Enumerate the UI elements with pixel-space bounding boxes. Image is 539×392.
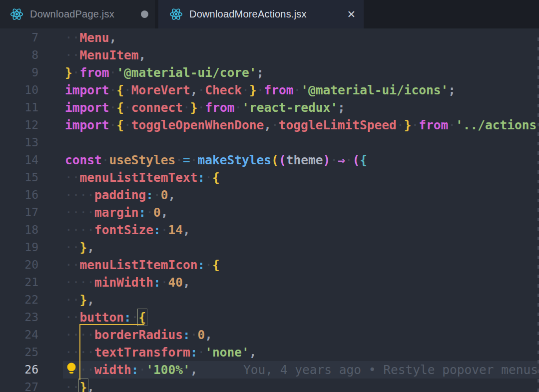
whitespace-dots: · xyxy=(183,100,190,115)
token-kw: import xyxy=(65,118,109,132)
code-text: ····margin:·0, xyxy=(38,205,168,220)
token-b1: } xyxy=(65,65,72,80)
token-str: '@material-ui/icons' xyxy=(301,83,448,97)
token-b1: { xyxy=(212,258,220,272)
code-line-26[interactable]: 26····width:·'100%',You, 4 years ago • R… xyxy=(0,361,539,379)
token-id: MenuItem xyxy=(80,48,139,62)
token-semi: ; xyxy=(448,83,456,97)
token-b1box: { xyxy=(139,310,146,325)
code-line-23[interactable]: 23··button:·{ xyxy=(0,309,539,326)
react-file-icon xyxy=(169,7,183,21)
bracket-pair-guide-horizontal xyxy=(79,324,144,325)
token-num: 0 xyxy=(198,328,205,342)
whitespace-dots: ···· xyxy=(65,223,94,237)
whitespace-dots: · xyxy=(139,363,146,377)
whitespace-dots: · xyxy=(198,100,205,115)
token-semi: ; xyxy=(257,65,264,80)
code-line-19[interactable]: 19··}, xyxy=(0,239,539,256)
code-line-9[interactable]: 9}·from·'@material-ui/core'; xyxy=(0,64,539,81)
code-text: ··MenuItem, xyxy=(38,48,146,62)
token-comma: , xyxy=(183,223,190,237)
code-line-14[interactable]: 14const·useStyles·=·makeStyles((theme)·⇒… xyxy=(0,151,539,169)
whitespace-dots: ·· xyxy=(65,170,80,185)
token-b2: ( xyxy=(279,153,286,167)
modified-indicator-dot[interactable] xyxy=(141,10,148,18)
code-line-13[interactable]: 13 xyxy=(0,134,539,151)
whitespace-dots: · xyxy=(411,118,419,132)
close-icon[interactable]: ✕ xyxy=(347,9,356,19)
whitespace-dots: · xyxy=(161,275,168,290)
token-op: : xyxy=(146,188,153,202)
token-kw: from xyxy=(80,65,109,80)
whitespace-dots: · xyxy=(109,118,117,132)
token-id: padding xyxy=(94,188,146,202)
tab-label: DownloadMoreActions.jsx xyxy=(189,8,307,20)
token-comma: , xyxy=(190,363,198,377)
token-num: 40 xyxy=(168,275,183,290)
code-line-15[interactable]: 15··menuListItemText:·{ xyxy=(0,169,539,186)
code-line-20[interactable]: 20··menuListItemIcon:·{ xyxy=(0,256,539,274)
whitespace-dots: ···· xyxy=(65,205,94,220)
code-line-25[interactable]: 25····textTransform:·'none', xyxy=(0,344,539,361)
code-text: ····textTransform:·'none', xyxy=(38,345,257,360)
code-line-11[interactable]: 11import·{·connect·}·from·'react-redux'; xyxy=(0,99,539,116)
code-text: ··Menu, xyxy=(38,30,116,45)
code-line-18[interactable]: 18····fontSize:·14, xyxy=(0,221,539,239)
tab-downloadpage[interactable]: DownloadPage.jsx xyxy=(0,0,155,28)
whitespace-dots: · xyxy=(153,188,161,202)
token-id: connect xyxy=(131,100,183,115)
token-id: width xyxy=(94,363,131,377)
code-editor[interactable]: 7··Menu,8··MenuItem,9}·from·'@material-u… xyxy=(0,28,539,392)
token-kw: import xyxy=(65,100,109,115)
whitespace-dots: · xyxy=(109,83,117,97)
code-line-12[interactable]: 12import·{·toggleOpenWhenDone,·toggleLim… xyxy=(0,116,539,134)
whitespace-dots: · xyxy=(257,83,264,97)
whitespace-dots: ·· xyxy=(65,293,80,307)
lightbulb-icon[interactable] xyxy=(66,362,77,377)
whitespace-dots: · xyxy=(397,118,404,132)
code-text: ····fontSize:·14, xyxy=(38,223,190,237)
token-id: button xyxy=(80,310,124,325)
line-number: 10 xyxy=(0,81,38,99)
line-number: 17 xyxy=(0,204,38,221)
code-line-16[interactable]: 16····padding:·0, xyxy=(0,186,539,204)
token-comma: , xyxy=(139,48,146,62)
token-kw: import xyxy=(65,83,109,97)
token-num: useStyles xyxy=(109,153,176,167)
whitespace-dots: · xyxy=(102,153,109,167)
code-text: import·{·toggleOpenWhenDone,·toggleLimit… xyxy=(38,118,537,132)
whitespace-dots: · xyxy=(131,310,139,325)
tab-label: DownloadPage.jsx xyxy=(30,8,114,20)
code-line-22[interactable]: 22··}, xyxy=(0,291,539,309)
code-line-17[interactable]: 17····margin:·0, xyxy=(0,204,539,221)
token-comma: , xyxy=(183,275,190,290)
whitespace-dots: · xyxy=(109,65,117,80)
code-line-24[interactable]: 24····borderRadius:·0, xyxy=(0,326,539,344)
whitespace-dots: · xyxy=(242,83,249,97)
token-num: 0 xyxy=(153,205,161,220)
line-number: 8 xyxy=(0,46,38,64)
token-b2: ) xyxy=(323,153,330,167)
token-id: toggleLimitSpeed xyxy=(279,118,397,132)
code-text: const·useStyles·=·makeStyles((theme)·⇒·(… xyxy=(38,153,367,167)
code-line-8[interactable]: 8··MenuItem, xyxy=(0,46,539,64)
editor-tab-bar: DownloadPage.jsx DownloadMoreActions.jsx… xyxy=(0,0,539,28)
line-number: 22 xyxy=(0,291,38,309)
token-id: borderRadius xyxy=(94,328,183,342)
token-kw: const xyxy=(65,153,102,167)
token-id: MoreVert xyxy=(131,83,190,97)
token-b1: } xyxy=(404,118,412,132)
code-line-21[interactable]: 21····minWidth:·40, xyxy=(0,274,539,291)
line-number: 19 xyxy=(0,239,38,256)
token-b1: } xyxy=(80,293,87,307)
tab-downloadmoreactions[interactable]: DownloadMoreActions.jsx ✕ xyxy=(158,0,364,28)
line-number: 23 xyxy=(0,309,38,326)
token-op: : xyxy=(198,258,205,272)
code-line-7[interactable]: 7··Menu, xyxy=(0,29,539,46)
whitespace-dots: · xyxy=(124,100,131,115)
code-line-27[interactable]: 27··}, xyxy=(0,379,539,392)
code-line-10[interactable]: 10import·{·MoreVert,·Check·}·from·'@mate… xyxy=(0,81,539,99)
token-id: toggleOpenWhenDone xyxy=(131,118,264,132)
bracket-pair-guide-vertical xyxy=(79,324,80,380)
code-text: ··menuListItemText:·{ xyxy=(38,170,220,185)
